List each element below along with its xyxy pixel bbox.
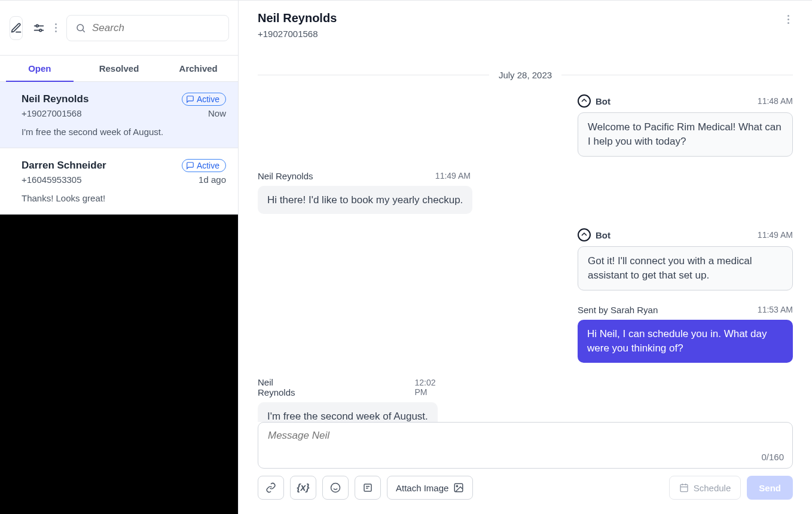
sidebar-empty-area [0, 215, 238, 514]
conversation-filter-tabs: Open Resolved Archived [0, 56, 238, 82]
more-vertical-icon [787, 15, 789, 24]
sidebar-toolbar [0, 1, 238, 56]
message-bubble: Got it! I'll connect you with a medical … [578, 246, 793, 290]
svg-rect-12 [680, 485, 688, 492]
chat-messages[interactable]: July 28, 2023 Bot 11:48 AM Welcome to Pa… [239, 56, 812, 422]
conversation-phone: +19027001568 [22, 108, 82, 118]
svg-point-4 [77, 25, 84, 31]
attach-image-button[interactable]: Attach Image [387, 476, 473, 500]
conversation-time: 1d ago [199, 175, 226, 185]
message-sender: Neil Reynolds [258, 171, 313, 181]
message-agent: Sent by Sarah Ryan 11:53 AM Hi Neil, I c… [258, 305, 793, 363]
message-bot: Bot 11:48 AM Welcome to Pacific Rim Medi… [258, 94, 793, 157]
search-icon [75, 23, 86, 33]
message-user: Neil Reynolds 11:49 AM Hi there! I'd lik… [258, 171, 793, 215]
calendar-icon [679, 483, 689, 492]
chat-title: Neil Reynolds [258, 11, 337, 25]
message-bubble: I'm free the second week of August. [258, 402, 438, 422]
chat-menu-button[interactable] [784, 11, 793, 27]
smile-icon [330, 482, 341, 493]
message-bubble: Hi Neil, I can schedule you in. What day… [578, 320, 793, 363]
sidebar: Open Resolved Archived Neil Reynolds Act… [0, 1, 239, 514]
svg-point-1 [36, 25, 38, 27]
date-label: July 28, 2023 [499, 70, 552, 80]
bot-icon [578, 228, 591, 241]
composer-actions: {x} Attach Image Schedule Send [258, 476, 793, 500]
conversation-list: Neil Reynolds Active +19027001568 Now I'… [0, 82, 238, 514]
tab-resolved[interactable]: Resolved [80, 56, 159, 81]
conversation-name: Neil Reynolds [22, 93, 88, 105]
chat-icon [186, 95, 194, 103]
more-vertical-icon [55, 23, 57, 32]
emoji-button[interactable] [322, 476, 349, 500]
conversation-time: Now [208, 108, 226, 118]
variable-button[interactable]: {x} [290, 476, 316, 500]
status-badge: Active [182, 159, 226, 172]
schedule-label: Schedule [694, 483, 731, 493]
schedule-button[interactable]: Schedule [669, 476, 741, 500]
message-time: 12:02 PM [415, 378, 437, 397]
message-composer[interactable]: 0/160 [258, 422, 793, 469]
template-button[interactable] [355, 476, 381, 500]
search-field[interactable] [66, 15, 229, 41]
character-count: 0/160 [761, 452, 784, 462]
conversation-preview: Thanks! Looks great! [22, 193, 226, 203]
svg-point-6 [331, 484, 340, 492]
bot-icon [578, 94, 591, 108]
status-badge: Active [182, 93, 226, 106]
badge-label: Active [197, 94, 219, 104]
variable-icon: {x} [297, 482, 309, 493]
conversation-item[interactable]: Darren Schneider Active +16045953305 1d … [0, 148, 238, 215]
date-separator: July 28, 2023 [258, 70, 793, 80]
compose-button[interactable] [10, 16, 23, 40]
link-icon [265, 482, 276, 493]
filter-button[interactable] [32, 19, 45, 38]
badge-label: Active [197, 161, 219, 170]
message-user: Neil Reynolds 12:02 PM I'm free the seco… [258, 377, 793, 422]
chat-phone: +19027001568 [258, 29, 337, 39]
more-menu-button[interactable] [55, 19, 57, 38]
message-time: 11:49 AM [758, 230, 793, 240]
message-bot: Bot 11:49 AM Got it! I'll connect you wi… [258, 228, 793, 290]
attach-label: Attach Image [396, 483, 448, 493]
message-sender: Sent by Sarah Ryan [578, 305, 658, 315]
tab-open[interactable]: Open [0, 56, 80, 81]
message-sender: Neil Reynolds [258, 377, 295, 397]
message-time: 11:49 AM [435, 171, 471, 180]
link-button[interactable] [258, 476, 284, 500]
message-sender: Bot [596, 230, 610, 240]
conversation-item[interactable]: Neil Reynolds Active +19027001568 Now I'… [0, 82, 238, 148]
tab-archived[interactable]: Archived [158, 56, 238, 81]
svg-line-5 [83, 30, 84, 32]
message-input[interactable] [268, 430, 783, 442]
composer-area: 0/160 {x} Attach Image [239, 422, 812, 514]
send-button[interactable]: Send [747, 476, 793, 500]
template-icon [362, 482, 373, 493]
svg-point-3 [39, 29, 42, 31]
message-time: 11:53 AM [758, 305, 793, 314]
search-input[interactable] [92, 22, 220, 34]
chat-icon [186, 161, 194, 170]
chat-header: Neil Reynolds +19027001568 [239, 1, 812, 56]
message-sender: Bot [596, 96, 610, 106]
message-time: 11:48 AM [758, 96, 793, 106]
chat-panel: Neil Reynolds +19027001568 July 28, 2023… [239, 1, 812, 514]
image-icon [453, 482, 464, 493]
conversation-phone: +16045953305 [22, 175, 82, 185]
message-bubble: Hi there! I'd like to book my yearly che… [258, 186, 472, 215]
filter-icon [32, 22, 45, 35]
conversation-name: Darren Schneider [22, 160, 106, 172]
message-bubble: Welcome to Pacific Rim Medical! What can… [578, 112, 793, 157]
svg-point-11 [457, 485, 458, 487]
conversation-preview: I'm free the second week of August. [22, 127, 226, 137]
compose-icon [10, 22, 22, 34]
